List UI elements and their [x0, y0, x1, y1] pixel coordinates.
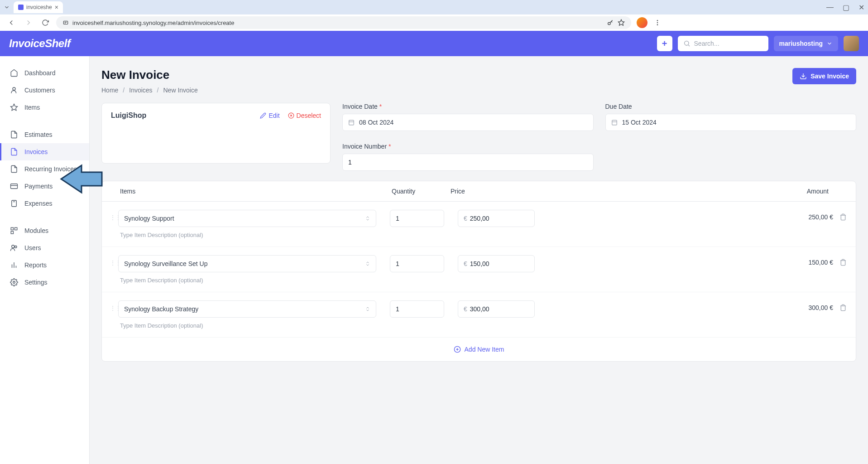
item-name-select[interactable]: Synology Surveillance Set Up [118, 255, 376, 272]
quantity-input[interactable]: 1 [390, 300, 444, 318]
document-icon [10, 165, 18, 173]
browser-url-bar: invoiceshelf.mariushosting.synology.me/a… [0, 14, 868, 31]
delete-row-button[interactable] [839, 213, 847, 221]
key-icon[interactable] [607, 19, 614, 26]
item-description-input[interactable]: Type Item Description (optional) [118, 272, 376, 290]
sidebar-item-label: Modules [24, 227, 48, 234]
close-icon[interactable]: × [55, 4, 58, 11]
drag-handle-icon[interactable]: ⋮⋮ [110, 300, 118, 311]
svg-rect-16 [11, 227, 13, 230]
url-text: invoiceshelf.mariushosting.synology.me/a… [72, 19, 234, 26]
item-name-select[interactable]: Synology Backup Strategy [118, 300, 376, 318]
svg-point-4 [657, 22, 658, 24]
delete-row-button[interactable] [839, 304, 847, 311]
drag-handle-icon[interactable]: ⋮⋮ [110, 255, 118, 266]
price-input[interactable]: € 300,00 [458, 300, 535, 318]
plus-circle-icon [454, 346, 461, 353]
site-info-icon [62, 19, 69, 26]
svg-rect-31 [612, 120, 617, 125]
chevron-down-icon[interactable] [4, 4, 10, 10]
users-icon [10, 244, 18, 252]
sidebar-item-items[interactable]: Items [0, 99, 89, 116]
calculator-icon [10, 199, 18, 208]
sidebar-item-label: Customers [24, 87, 55, 94]
item-name-select[interactable]: Synology Support [118, 210, 376, 227]
price-input[interactable]: € 150,00 [458, 255, 535, 272]
breadcrumb-item[interactable]: Invoices [129, 87, 152, 94]
item-description-input[interactable]: Type Item Description (optional) [118, 318, 376, 335]
user-menu[interactable]: mariushosting [774, 36, 838, 51]
sidebar-item-dashboard[interactable]: Dashboard [0, 64, 89, 82]
app-header: InvoiceShelf + Search... mariushosting [0, 31, 868, 56]
pencil-icon [260, 112, 266, 119]
browser-tab[interactable]: invoiceshe × [14, 1, 63, 13]
sidebar-item-recurring[interactable]: Recurring Invoices [0, 160, 89, 178]
item-row: ⋮⋮ Synology Surveillance Set Up Type Ite… [102, 247, 856, 292]
avatar[interactable] [844, 36, 859, 51]
sidebar-item-settings[interactable]: Settings [0, 274, 89, 291]
url-input[interactable]: invoiceshelf.mariushosting.synology.me/a… [56, 16, 631, 29]
card-icon [10, 182, 18, 190]
svg-line-7 [688, 45, 690, 46]
sidebar-item-reports[interactable]: Reports [0, 256, 89, 274]
close-window-icon[interactable]: ✕ [858, 3, 864, 12]
edit-customer-button[interactable]: Edit [260, 112, 279, 119]
quantity-input[interactable]: 1 [390, 255, 444, 272]
sidebar-item-customers[interactable]: Customers [0, 82, 89, 99]
add-button[interactable]: + [657, 36, 672, 51]
svg-rect-0 [63, 21, 67, 24]
sidebar-item-estimates[interactable]: Estimates [0, 126, 89, 143]
invoice-number-input[interactable] [342, 154, 594, 171]
sidebar-item-invoices[interactable]: Invoices [0, 143, 89, 160]
due-date-input[interactable]: 15 Oct 2024 [605, 114, 857, 131]
sidebar-item-label: Expenses [24, 200, 52, 207]
price-input[interactable]: € 250,00 [458, 210, 535, 227]
breadcrumb-item[interactable]: Home [101, 87, 118, 94]
amount-value: 150,00 € [809, 259, 834, 266]
sidebar-item-users[interactable]: Users [0, 239, 89, 256]
svg-marker-9 [11, 104, 18, 111]
chevron-updown-icon [365, 306, 370, 312]
svg-rect-10 [11, 184, 18, 189]
gear-icon [10, 278, 18, 286]
amount-value: 300,00 € [809, 304, 834, 311]
star-icon[interactable] [618, 19, 625, 26]
reload-icon[interactable] [40, 17, 51, 28]
back-icon[interactable] [5, 17, 17, 29]
svg-rect-18 [11, 232, 13, 234]
sidebar: Dashboard Customers Items Estimates Invo… [0, 56, 90, 464]
item-description-input[interactable]: Type Item Description (optional) [118, 227, 376, 245]
minimize-icon[interactable]: — [826, 3, 834, 12]
svg-rect-29 [349, 120, 354, 125]
chevron-updown-icon [365, 261, 370, 266]
column-price: Price [451, 188, 541, 195]
svg-point-3 [657, 20, 658, 21]
item-row: ⋮⋮ Synology Backup Strategy Type Item De… [102, 292, 856, 338]
chart-icon [10, 261, 18, 269]
sidebar-item-modules[interactable]: Modules [0, 222, 89, 239]
search-placeholder: Search... [694, 40, 719, 47]
menu-icon[interactable] [654, 19, 661, 26]
browser-tab-bar: invoiceshe × — ▢ ✕ [0, 0, 868, 14]
forward-icon[interactable] [23, 17, 34, 29]
main-content: New Invoice Home / Invoices / New Invoic… [90, 56, 868, 464]
due-date-label: Due Date [605, 103, 857, 110]
drag-handle-icon[interactable]: ⋮⋮ [110, 210, 118, 221]
puzzle-icon [10, 227, 18, 235]
profile-icon[interactable] [637, 17, 647, 28]
search-input[interactable]: Search... [678, 36, 768, 51]
svg-point-24 [13, 281, 15, 284]
home-icon [10, 69, 18, 77]
deselect-customer-button[interactable]: Deselect [288, 112, 321, 119]
delete-row-button[interactable] [839, 259, 847, 266]
quantity-input[interactable]: 1 [390, 210, 444, 227]
sidebar-item-payments[interactable]: Payments [0, 178, 89, 195]
page-title: New Invoice [101, 68, 198, 82]
sidebar-item-expenses[interactable]: Expenses [0, 195, 89, 212]
invoice-number-label: Invoice Number * [342, 143, 594, 150]
maximize-icon[interactable]: ▢ [843, 3, 849, 12]
save-invoice-button[interactable]: Save Invoice [792, 68, 856, 84]
user-name: mariushosting [779, 40, 823, 47]
add-item-button[interactable]: Add New Item [102, 338, 856, 361]
invoice-date-input[interactable]: 08 Oct 2024 [342, 114, 594, 131]
